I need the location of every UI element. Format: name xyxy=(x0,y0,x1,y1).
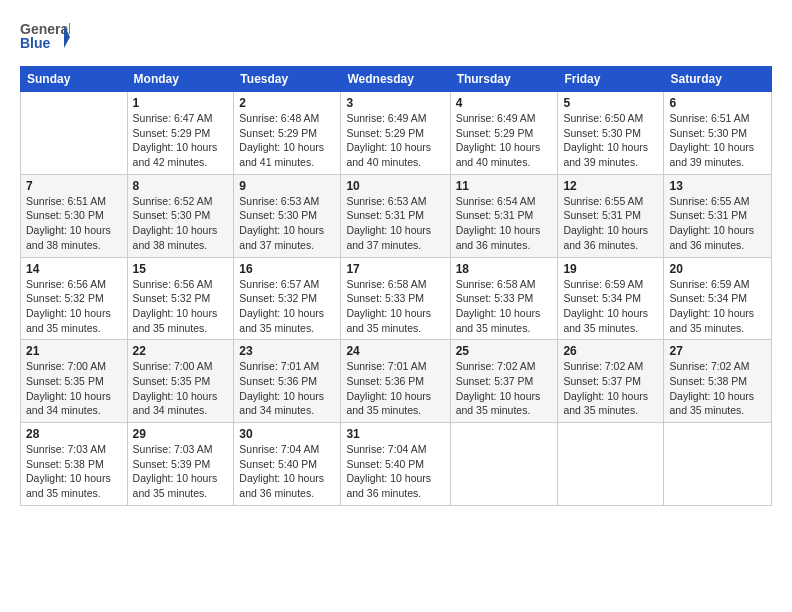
page: GeneralBlue SundayMondayTuesdayWednesday… xyxy=(0,0,792,516)
day-info: Sunrise: 7:02 AM Sunset: 5:38 PM Dayligh… xyxy=(669,359,766,418)
day-info: Sunrise: 6:56 AM Sunset: 5:32 PM Dayligh… xyxy=(133,277,229,336)
day-info: Sunrise: 7:03 AM Sunset: 5:39 PM Dayligh… xyxy=(133,442,229,501)
calendar-cell: 2Sunrise: 6:48 AM Sunset: 5:29 PM Daylig… xyxy=(234,92,341,175)
day-info: Sunrise: 6:47 AM Sunset: 5:29 PM Dayligh… xyxy=(133,111,229,170)
day-number: 13 xyxy=(669,179,766,193)
calendar-cell: 24Sunrise: 7:01 AM Sunset: 5:36 PM Dayli… xyxy=(341,340,450,423)
day-info: Sunrise: 6:52 AM Sunset: 5:30 PM Dayligh… xyxy=(133,194,229,253)
day-number: 29 xyxy=(133,427,229,441)
day-number: 9 xyxy=(239,179,335,193)
calendar-cell: 6Sunrise: 6:51 AM Sunset: 5:30 PM Daylig… xyxy=(664,92,772,175)
day-info: Sunrise: 6:58 AM Sunset: 5:33 PM Dayligh… xyxy=(346,277,444,336)
day-number: 6 xyxy=(669,96,766,110)
calendar-cell: 3Sunrise: 6:49 AM Sunset: 5:29 PM Daylig… xyxy=(341,92,450,175)
day-number: 30 xyxy=(239,427,335,441)
calendar-cell: 11Sunrise: 6:54 AM Sunset: 5:31 PM Dayli… xyxy=(450,174,558,257)
calendar-cell: 31Sunrise: 7:04 AM Sunset: 5:40 PM Dayli… xyxy=(341,423,450,506)
day-info: Sunrise: 7:00 AM Sunset: 5:35 PM Dayligh… xyxy=(133,359,229,418)
calendar-cell: 7Sunrise: 6:51 AM Sunset: 5:30 PM Daylig… xyxy=(21,174,128,257)
calendar-week-4: 21Sunrise: 7:00 AM Sunset: 5:35 PM Dayli… xyxy=(21,340,772,423)
day-info: Sunrise: 6:59 AM Sunset: 5:34 PM Dayligh… xyxy=(669,277,766,336)
day-info: Sunrise: 7:02 AM Sunset: 5:37 PM Dayligh… xyxy=(456,359,553,418)
svg-text:Blue: Blue xyxy=(20,35,51,51)
col-header-monday: Monday xyxy=(127,67,234,92)
calendar-cell: 16Sunrise: 6:57 AM Sunset: 5:32 PM Dayli… xyxy=(234,257,341,340)
day-number: 16 xyxy=(239,262,335,276)
calendar-week-2: 7Sunrise: 6:51 AM Sunset: 5:30 PM Daylig… xyxy=(21,174,772,257)
calendar-cell: 5Sunrise: 6:50 AM Sunset: 5:30 PM Daylig… xyxy=(558,92,664,175)
day-number: 8 xyxy=(133,179,229,193)
day-number: 7 xyxy=(26,179,122,193)
day-info: Sunrise: 6:55 AM Sunset: 5:31 PM Dayligh… xyxy=(563,194,658,253)
day-info: Sunrise: 7:01 AM Sunset: 5:36 PM Dayligh… xyxy=(346,359,444,418)
col-header-wednesday: Wednesday xyxy=(341,67,450,92)
day-info: Sunrise: 6:48 AM Sunset: 5:29 PM Dayligh… xyxy=(239,111,335,170)
calendar-cell: 28Sunrise: 7:03 AM Sunset: 5:38 PM Dayli… xyxy=(21,423,128,506)
day-number: 27 xyxy=(669,344,766,358)
day-info: Sunrise: 6:51 AM Sunset: 5:30 PM Dayligh… xyxy=(26,194,122,253)
day-info: Sunrise: 6:53 AM Sunset: 5:30 PM Dayligh… xyxy=(239,194,335,253)
calendar-cell: 13Sunrise: 6:55 AM Sunset: 5:31 PM Dayli… xyxy=(664,174,772,257)
col-header-saturday: Saturday xyxy=(664,67,772,92)
calendar-week-5: 28Sunrise: 7:03 AM Sunset: 5:38 PM Dayli… xyxy=(21,423,772,506)
logo: GeneralBlue xyxy=(20,18,70,56)
day-info: Sunrise: 7:03 AM Sunset: 5:38 PM Dayligh… xyxy=(26,442,122,501)
col-header-sunday: Sunday xyxy=(21,67,128,92)
day-number: 3 xyxy=(346,96,444,110)
calendar-cell: 21Sunrise: 7:00 AM Sunset: 5:35 PM Dayli… xyxy=(21,340,128,423)
day-info: Sunrise: 7:01 AM Sunset: 5:36 PM Dayligh… xyxy=(239,359,335,418)
day-number: 20 xyxy=(669,262,766,276)
day-number: 14 xyxy=(26,262,122,276)
calendar-cell: 30Sunrise: 7:04 AM Sunset: 5:40 PM Dayli… xyxy=(234,423,341,506)
day-number: 25 xyxy=(456,344,553,358)
day-number: 15 xyxy=(133,262,229,276)
calendar-cell: 29Sunrise: 7:03 AM Sunset: 5:39 PM Dayli… xyxy=(127,423,234,506)
calendar-cell: 4Sunrise: 6:49 AM Sunset: 5:29 PM Daylig… xyxy=(450,92,558,175)
day-number: 26 xyxy=(563,344,658,358)
calendar-header-row: SundayMondayTuesdayWednesdayThursdayFrid… xyxy=(21,67,772,92)
day-info: Sunrise: 6:49 AM Sunset: 5:29 PM Dayligh… xyxy=(346,111,444,170)
day-info: Sunrise: 6:50 AM Sunset: 5:30 PM Dayligh… xyxy=(563,111,658,170)
calendar-cell: 23Sunrise: 7:01 AM Sunset: 5:36 PM Dayli… xyxy=(234,340,341,423)
calendar-cell: 10Sunrise: 6:53 AM Sunset: 5:31 PM Dayli… xyxy=(341,174,450,257)
calendar-week-1: 1Sunrise: 6:47 AM Sunset: 5:29 PM Daylig… xyxy=(21,92,772,175)
day-number: 24 xyxy=(346,344,444,358)
day-info: Sunrise: 6:53 AM Sunset: 5:31 PM Dayligh… xyxy=(346,194,444,253)
col-header-friday: Friday xyxy=(558,67,664,92)
calendar-cell xyxy=(450,423,558,506)
calendar-cell xyxy=(558,423,664,506)
calendar-cell: 27Sunrise: 7:02 AM Sunset: 5:38 PM Dayli… xyxy=(664,340,772,423)
day-number: 28 xyxy=(26,427,122,441)
calendar-cell: 8Sunrise: 6:52 AM Sunset: 5:30 PM Daylig… xyxy=(127,174,234,257)
day-number: 12 xyxy=(563,179,658,193)
calendar-cell: 22Sunrise: 7:00 AM Sunset: 5:35 PM Dayli… xyxy=(127,340,234,423)
calendar-table: SundayMondayTuesdayWednesdayThursdayFrid… xyxy=(20,66,772,506)
day-info: Sunrise: 7:00 AM Sunset: 5:35 PM Dayligh… xyxy=(26,359,122,418)
calendar-cell: 17Sunrise: 6:58 AM Sunset: 5:33 PM Dayli… xyxy=(341,257,450,340)
day-info: Sunrise: 6:55 AM Sunset: 5:31 PM Dayligh… xyxy=(669,194,766,253)
day-number: 18 xyxy=(456,262,553,276)
calendar-cell: 1Sunrise: 6:47 AM Sunset: 5:29 PM Daylig… xyxy=(127,92,234,175)
day-number: 5 xyxy=(563,96,658,110)
calendar-cell: 9Sunrise: 6:53 AM Sunset: 5:30 PM Daylig… xyxy=(234,174,341,257)
day-info: Sunrise: 7:04 AM Sunset: 5:40 PM Dayligh… xyxy=(239,442,335,501)
calendar-cell: 19Sunrise: 6:59 AM Sunset: 5:34 PM Dayli… xyxy=(558,257,664,340)
day-info: Sunrise: 6:49 AM Sunset: 5:29 PM Dayligh… xyxy=(456,111,553,170)
logo-svg: GeneralBlue xyxy=(20,18,70,56)
calendar-cell: 25Sunrise: 7:02 AM Sunset: 5:37 PM Dayli… xyxy=(450,340,558,423)
col-header-thursday: Thursday xyxy=(450,67,558,92)
calendar-cell: 18Sunrise: 6:58 AM Sunset: 5:33 PM Dayli… xyxy=(450,257,558,340)
day-info: Sunrise: 6:51 AM Sunset: 5:30 PM Dayligh… xyxy=(669,111,766,170)
day-number: 17 xyxy=(346,262,444,276)
day-info: Sunrise: 6:59 AM Sunset: 5:34 PM Dayligh… xyxy=(563,277,658,336)
day-number: 10 xyxy=(346,179,444,193)
day-info: Sunrise: 7:02 AM Sunset: 5:37 PM Dayligh… xyxy=(563,359,658,418)
col-header-tuesday: Tuesday xyxy=(234,67,341,92)
day-number: 4 xyxy=(456,96,553,110)
day-number: 23 xyxy=(239,344,335,358)
calendar-cell: 14Sunrise: 6:56 AM Sunset: 5:32 PM Dayli… xyxy=(21,257,128,340)
calendar-cell xyxy=(21,92,128,175)
calendar-cell: 15Sunrise: 6:56 AM Sunset: 5:32 PM Dayli… xyxy=(127,257,234,340)
day-number: 1 xyxy=(133,96,229,110)
day-number: 22 xyxy=(133,344,229,358)
